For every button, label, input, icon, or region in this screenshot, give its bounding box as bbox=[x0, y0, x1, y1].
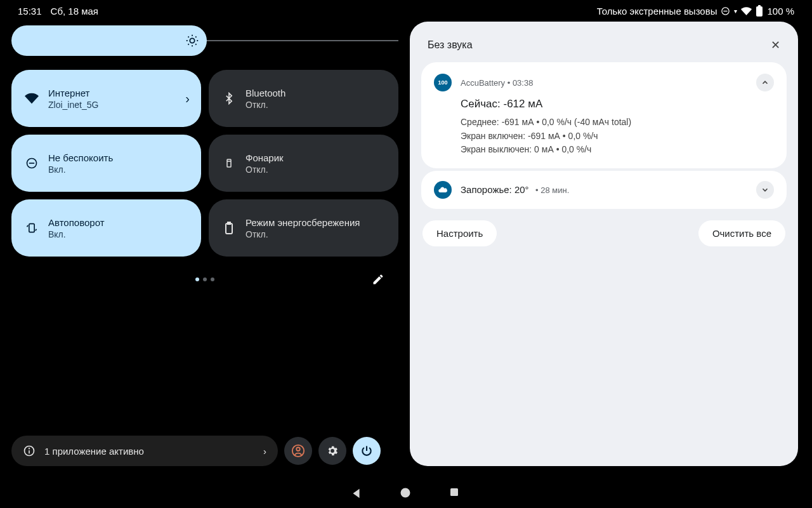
brightness-icon bbox=[185, 34, 199, 48]
svg-rect-3 bbox=[758, 5, 761, 7]
brightness-slider[interactable] bbox=[11, 25, 398, 56]
tile-subtitle: Вкл. bbox=[48, 164, 190, 175]
nav-recents-button[interactable] bbox=[449, 486, 462, 500]
notif-time: • 28 мин. bbox=[535, 185, 569, 195]
tile-bluetooth[interactable]: Bluetooth Откл. bbox=[209, 70, 398, 127]
chevron-right-icon: › bbox=[185, 91, 190, 106]
svg-point-16 bbox=[296, 448, 300, 451]
notif-title: Сейчас: -612 мА bbox=[461, 98, 774, 110]
status-bar: 15:31 Сб, 18 мая Только экстренные вызов… bbox=[0, 0, 812, 22]
tile-autorotate[interactable]: Автоповорот Вкл. bbox=[11, 199, 201, 257]
tile-title: Интернет bbox=[48, 88, 185, 98]
qs-tiles-grid: Интернет Zloi_inet_5G › Bluetooth Откл. bbox=[11, 70, 398, 257]
tile-dnd[interactable]: Не беспокоить Вкл. bbox=[11, 135, 201, 192]
app-icon: 100 bbox=[434, 74, 452, 91]
tile-title: Автоповорот bbox=[48, 217, 190, 228]
tile-subtitle: Откл. bbox=[246, 164, 387, 175]
tile-subtitle: Zloi_inet_5G bbox=[48, 100, 185, 110]
svg-rect-10 bbox=[226, 224, 232, 234]
collapse-button[interactable] bbox=[756, 74, 774, 91]
close-icon[interactable]: ✕ bbox=[771, 38, 780, 52]
status-date: Сб, 18 мая bbox=[51, 6, 98, 17]
svg-rect-2 bbox=[756, 6, 763, 17]
tile-subtitle: Откл. bbox=[246, 229, 387, 239]
expand-button[interactable] bbox=[756, 181, 774, 199]
notification-accubattery[interactable]: 100 AccuBattery • 03:38 Сейчас: -612 мА … bbox=[421, 62, 787, 168]
notif-line: Экран выключен: 0 мА • 0,0 %/ч bbox=[461, 143, 774, 157]
notification-weather[interactable]: Запорожье: 20° • 28 мин. bbox=[421, 171, 787, 209]
power-button[interactable] bbox=[353, 437, 381, 465]
configure-button[interactable]: Настроить bbox=[422, 220, 497, 246]
bluetooth-icon bbox=[220, 92, 238, 105]
nav-home-button[interactable] bbox=[399, 486, 413, 500]
svg-rect-18 bbox=[450, 488, 458, 496]
user-button[interactable] bbox=[284, 437, 312, 465]
clear-all-button[interactable]: Очистить все bbox=[698, 220, 785, 246]
wifi-icon bbox=[741, 6, 752, 17]
tile-battery-saver[interactable]: Режим энергосбережения Откл. bbox=[209, 199, 398, 257]
info-icon bbox=[23, 444, 36, 457]
navigation-bar bbox=[350, 486, 462, 500]
tile-title: Не беспокоить bbox=[48, 152, 190, 163]
battery-icon bbox=[220, 222, 238, 234]
status-emergency: Только экстренные вызовы bbox=[597, 6, 717, 17]
battery-icon bbox=[756, 5, 763, 17]
svg-point-14 bbox=[29, 448, 30, 449]
wifi-icon bbox=[23, 91, 41, 105]
quick-settings-panel: Интернет Zloi_inet_5G › Bluetooth Откл. bbox=[11, 22, 398, 466]
qs-page-indicator bbox=[195, 277, 214, 281]
svg-point-4 bbox=[190, 38, 194, 43]
tile-subtitle: Откл. bbox=[246, 100, 387, 110]
tile-subtitle: Вкл. bbox=[48, 229, 190, 239]
notif-line: Экран включен: -691 мА • 0,0 %/ч bbox=[461, 130, 774, 144]
tile-title: Bluetooth bbox=[246, 88, 387, 98]
running-apps-button[interactable]: 1 приложение активно › bbox=[11, 436, 278, 466]
svg-rect-7 bbox=[227, 159, 231, 167]
flashlight-icon bbox=[220, 157, 238, 169]
settings-button[interactable] bbox=[318, 437, 346, 465]
notification-panel: Без звука ✕ 100 AccuBattery • 03:38 Сейч… bbox=[410, 22, 798, 466]
running-apps-label: 1 приложение активно bbox=[44, 446, 144, 457]
weather-icon bbox=[434, 181, 452, 199]
dnd-icon bbox=[23, 157, 41, 170]
notif-app-line: AccuBattery • 03:38 bbox=[461, 78, 747, 88]
notif-section-title: Без звука bbox=[428, 39, 473, 51]
edit-tiles-button[interactable] bbox=[372, 273, 384, 286]
rotate-icon bbox=[23, 222, 41, 234]
status-battery-pct: 100 % bbox=[767, 6, 794, 17]
no-sim-icon bbox=[721, 6, 730, 16]
svg-rect-9 bbox=[29, 224, 34, 232]
tile-title: Фонарик bbox=[246, 152, 387, 163]
tile-flashlight[interactable]: Фонарик Откл. bbox=[209, 135, 398, 192]
chevron-right-icon: › bbox=[263, 446, 266, 457]
tile-internet[interactable]: Интернет Zloi_inet_5G › bbox=[11, 70, 201, 127]
nav-back-button[interactable] bbox=[350, 486, 363, 500]
notif-title: Запорожье: 20° bbox=[461, 184, 529, 195]
svg-point-17 bbox=[401, 488, 410, 498]
notif-line: Среднее: -691 мА • 0,0 %/ч (-40 мАч tota… bbox=[461, 116, 774, 130]
tile-title: Режим энергосбережения bbox=[246, 217, 387, 228]
signal-icon: ▾ bbox=[734, 8, 737, 15]
status-time: 15:31 bbox=[18, 6, 42, 17]
